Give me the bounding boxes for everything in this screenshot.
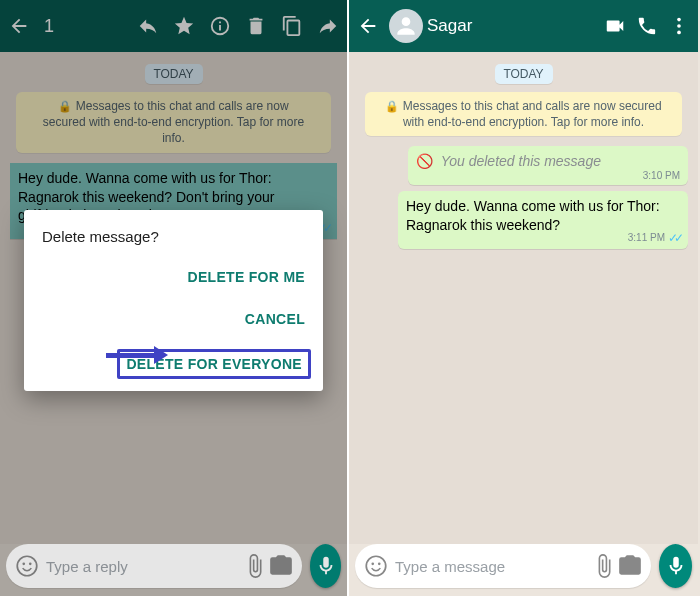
prohibited-icon: 🚫 bbox=[416, 153, 433, 169]
emoji-icon[interactable] bbox=[363, 553, 389, 579]
delete-for-me-button[interactable]: DELETE FOR ME bbox=[182, 265, 311, 289]
compose-box[interactable] bbox=[6, 544, 302, 588]
message-time: 3:10 PM bbox=[643, 169, 680, 183]
dialog-title: Delete message? bbox=[42, 228, 311, 245]
voice-call-icon[interactable] bbox=[636, 15, 658, 37]
svg-point-7 bbox=[371, 563, 374, 566]
date-pill: TODAY bbox=[495, 64, 553, 84]
compose-box[interactable] bbox=[355, 544, 651, 588]
mic-button[interactable] bbox=[659, 544, 692, 588]
encryption-banner[interactable]: 🔒 Messages to this chat and calls are no… bbox=[365, 92, 682, 136]
svg-point-8 bbox=[378, 563, 381, 566]
chat-body-right: TODAY 🔒 Messages to this chat and calls … bbox=[349, 52, 698, 544]
cancel-button[interactable]: CANCEL bbox=[239, 307, 311, 331]
panel-selection-mode: 1 TODAY 🔒 Messages to this chat and call… bbox=[0, 0, 349, 596]
encryption-banner-text: Messages to this chat and calls are now … bbox=[403, 99, 662, 129]
avatar[interactable] bbox=[389, 9, 423, 43]
attach-icon[interactable] bbox=[242, 553, 268, 579]
mic-button[interactable] bbox=[310, 544, 341, 588]
camera-icon[interactable] bbox=[617, 553, 643, 579]
svg-point-4 bbox=[677, 24, 681, 28]
video-call-icon[interactable] bbox=[604, 15, 626, 37]
svg-point-3 bbox=[677, 18, 681, 22]
more-icon[interactable] bbox=[668, 15, 690, 37]
read-ticks-icon: ✓✓ bbox=[668, 230, 680, 246]
svg-point-5 bbox=[677, 31, 681, 35]
input-bar-left bbox=[6, 544, 341, 588]
outgoing-message[interactable]: Hey dude. Wanna come with us for Thor: R… bbox=[398, 191, 688, 249]
svg-point-1 bbox=[22, 563, 25, 566]
back-arrow-icon[interactable] bbox=[357, 15, 379, 37]
chat-appbar: Sagar bbox=[349, 0, 698, 52]
panel-chat: Sagar TODAY 🔒 Messages to this chat and … bbox=[349, 0, 698, 596]
camera-icon[interactable] bbox=[268, 553, 294, 579]
message-time: 3:11 PM bbox=[628, 231, 665, 245]
deleted-message-text: You deleted this message bbox=[441, 153, 601, 169]
compose-input[interactable] bbox=[40, 558, 242, 575]
lock-icon: 🔒 bbox=[385, 100, 399, 112]
deleted-outgoing-message[interactable]: 🚫 You deleted this message 3:10 PM bbox=[408, 146, 688, 185]
annotation-arrow bbox=[106, 346, 168, 364]
svg-point-2 bbox=[29, 563, 32, 566]
contact-name[interactable]: Sagar bbox=[427, 16, 472, 36]
emoji-icon[interactable] bbox=[14, 553, 40, 579]
message-text: Hey dude. Wanna come with us for Thor: R… bbox=[406, 198, 660, 233]
attach-icon[interactable] bbox=[591, 553, 617, 579]
input-bar-right bbox=[355, 544, 692, 588]
compose-input[interactable] bbox=[389, 558, 591, 575]
delete-dialog: Delete message? DELETE FOR ME CANCEL DEL… bbox=[24, 210, 323, 391]
svg-point-0 bbox=[17, 556, 37, 576]
svg-point-6 bbox=[366, 556, 386, 576]
